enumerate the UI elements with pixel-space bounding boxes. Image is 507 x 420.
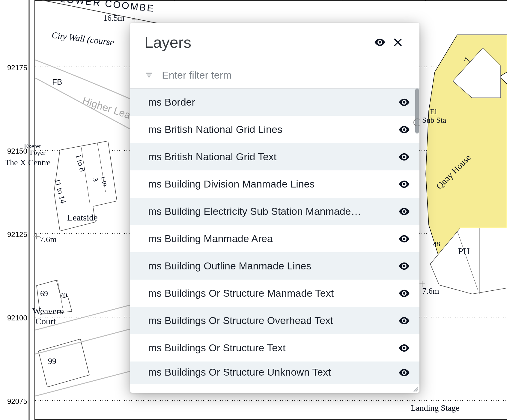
map-gridline [35, 400, 507, 401]
map-inner-border [28, 0, 30, 420]
svg-point-11 [379, 41, 381, 44]
svg-point-14 [403, 155, 405, 158]
svg-marker-4 [38, 339, 89, 387]
visibility-toggle[interactable] [398, 260, 410, 272]
layer-row[interactable]: ms Border [130, 88, 419, 116]
map-label-elevation: 7.6m [422, 286, 439, 296]
map-label: Weavers [32, 306, 63, 316]
visibility-toggle[interactable] [398, 123, 410, 136]
svg-point-12 [403, 101, 405, 103]
map-label: 70 [59, 291, 67, 300]
map-label: The X Centre [5, 158, 50, 167]
layer-row[interactable]: ms British National Grid Text [130, 143, 419, 170]
filter-icon [145, 70, 154, 80]
map-label: Sub Sta [422, 116, 446, 125]
panel-header: Layers [130, 23, 419, 62]
filter-bar [130, 62, 419, 88]
visibility-toggle[interactable] [398, 205, 410, 218]
layer-name: ms Building Manmade Area [148, 233, 398, 244]
svg-point-20 [403, 319, 405, 322]
layer-row[interactable]: ms Buildings Or Structure Overhead Text [130, 307, 419, 334]
layer-row[interactable]: ms British National Grid Lines [130, 116, 419, 143]
map-buildings [421, 219, 507, 297]
map-gridline [174, 1, 175, 1]
mouse-cursor [413, 118, 419, 126]
svg-point-22 [403, 371, 405, 374]
layer-name: ms British National Grid Lines [148, 124, 398, 135]
svg-point-17 [403, 237, 405, 240]
map-label: PH [458, 246, 470, 256]
close-icon [392, 36, 404, 48]
panel-title: Layers [145, 33, 371, 51]
layer-row[interactable]: ms Building Outline Manmade Lines [130, 252, 419, 280]
layer-row[interactable]: ms Buildings Or Structure Manmade Text [130, 280, 419, 307]
eye-icon [374, 36, 386, 49]
layer-row[interactable]: ms Building Division Manmade Lines [130, 170, 419, 198]
map-label: 99 [48, 356, 56, 366]
layer-name: ms Buildings Or Structure Text [148, 342, 398, 354]
layer-row[interactable]: ms Building Electricity Sub Station Manm… [130, 198, 419, 225]
map-gridline [342, 1, 342, 1]
map-label: Court [35, 316, 56, 326]
visibility-toggle[interactable] [398, 178, 410, 190]
visibility-toggle[interactable] [398, 342, 410, 354]
visibility-toggle[interactable] [398, 287, 410, 300]
map-spot-mark [419, 281, 425, 287]
map-label-elevation: 16.5m [103, 13, 124, 23]
visibility-toggle[interactable] [398, 232, 410, 245]
map-spot-mark [34, 233, 40, 239]
layer-name: ms Buildings Or Structure Overhead Text [148, 315, 398, 326]
map-label: El [430, 107, 437, 116]
svg-point-18 [403, 265, 405, 267]
layer-name: ms Border [148, 96, 398, 108]
axis-label: 92075 [7, 397, 27, 406]
layer-row[interactable]: ms Buildings Or Structure Text [130, 334, 419, 362]
resize-icon [412, 386, 418, 392]
map-buildings [35, 330, 104, 399]
axis-label: 92100 [7, 314, 27, 322]
visibility-toggle[interactable] [398, 151, 410, 163]
svg-point-13 [403, 128, 405, 130]
axis-label: 92175 [7, 64, 27, 72]
svg-marker-8 [430, 228, 507, 294]
map-label-elevation: 7.6m [40, 235, 57, 244]
svg-point-16 [403, 210, 405, 212]
visibility-toggle[interactable] [398, 366, 410, 379]
map-label: Foyer [30, 149, 45, 157]
layers-list[interactable]: ms Border ms British National Grid Lines… [130, 88, 419, 393]
svg-point-21 [403, 346, 405, 349]
svg-point-19 [403, 292, 405, 294]
filter-input[interactable] [161, 69, 405, 81]
layers-panel: Layers ms Border ms British National Gri… [130, 23, 419, 393]
toggle-all-visibility-button[interactable] [371, 33, 389, 51]
layer-name: ms Buildings Or Structure Unknown Text [148, 366, 398, 378]
layer-row[interactable]: ms Building Manmade Area [130, 225, 419, 252]
visibility-toggle[interactable] [398, 314, 410, 327]
scrollbar-thumb[interactable] [415, 88, 419, 134]
map-label: Landing Stage [411, 403, 460, 413]
layer-row[interactable]: ms Buildings Or Structure Unknown Text [130, 362, 419, 384]
map-buildings [441, 39, 501, 108]
map-gridline [425, 1, 426, 1]
axis-label: 92125 [7, 230, 27, 239]
layer-name: ms British National Grid Text [148, 151, 398, 163]
layer-name: ms Building Division Manmade Lines [148, 178, 398, 190]
map-spot-mark [132, 16, 138, 22]
map-label: 48 [433, 240, 440, 248]
layer-name: ms Building Outline Manmade Lines [148, 260, 398, 272]
resize-handle[interactable] [410, 384, 418, 392]
map-label: FB [52, 77, 62, 87]
svg-point-15 [403, 183, 405, 185]
layer-name: ms Building Electricity Sub Station Manm… [148, 206, 398, 217]
layer-name: ms Buildings Or Structure Manmade Text [148, 287, 398, 299]
visibility-toggle[interactable] [398, 96, 410, 109]
close-button[interactable] [389, 33, 407, 51]
svg-marker-7 [453, 48, 501, 98]
map-label: 69 [40, 289, 48, 298]
map-label: Leatside [67, 212, 98, 223]
